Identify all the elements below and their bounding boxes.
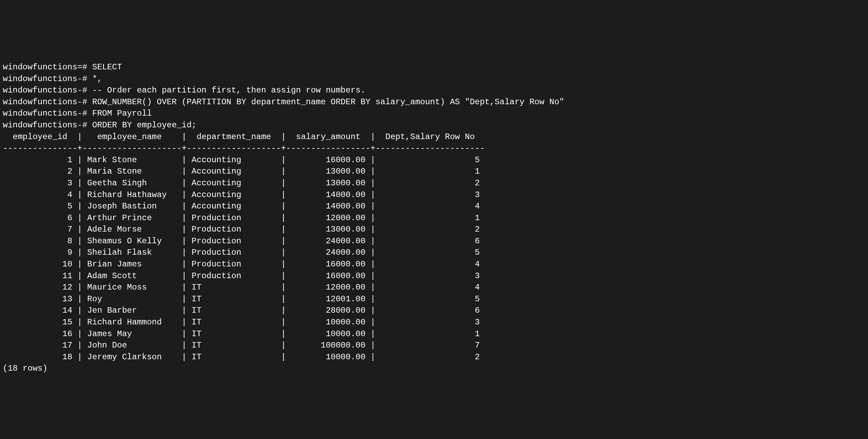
result-separator: ---------------+--------------------+---… (3, 143, 865, 154)
result-header: employee_id | employee_name | department… (3, 131, 865, 143)
terminal-output[interactable]: windowfunctions=# SELECT windowfunctions… (0, 58, 868, 378)
sql-query-block: windowfunctions=# SELECT windowfunctions… (3, 61, 865, 131)
result-rows: 1 | Mark Stone | Accounting | 16000.00 |… (3, 154, 865, 363)
row-count: (18 rows) (3, 363, 865, 374)
